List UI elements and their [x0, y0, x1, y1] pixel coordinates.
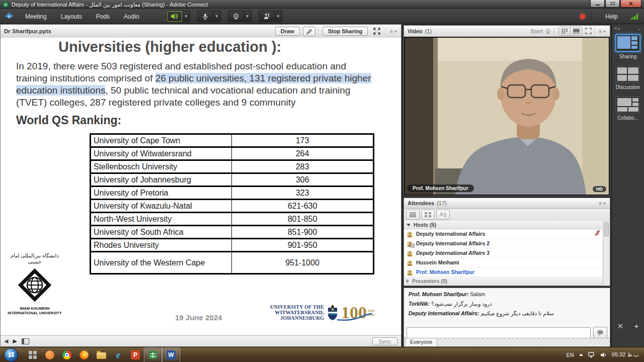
stop-sharing-button[interactable]: Stop Sharing	[323, 27, 368, 36]
pod-options-icon[interactable]: ≡▼	[599, 201, 606, 206]
set-status-button[interactable]	[259, 11, 275, 22]
sidebar-collapse-icon[interactable]: ⌄	[637, 26, 641, 31]
chat-text: Salam	[470, 291, 486, 297]
send-message-button[interactable]	[593, 327, 607, 339]
table-row: University of South Africa 851-900	[91, 226, 374, 239]
speaker-dropdown[interactable]: ▼	[183, 11, 190, 22]
layout-label-sharing[interactable]: Sharing	[612, 54, 644, 59]
microphone-dropdown[interactable]: ▼	[213, 11, 221, 22]
speaker-button[interactable]	[167, 11, 183, 22]
taskbar-icon-explorer[interactable]	[93, 348, 110, 362]
video-pod-title: Video	[408, 28, 423, 34]
menus: MeetingLayoutsPodsAudio	[18, 9, 146, 24]
slide-date: 19 June 2024	[175, 313, 222, 322]
host-person-icon	[407, 269, 413, 276]
chat-message: Deputy International Affairs: سلام تا دق…	[409, 310, 605, 316]
webcam-video: Prof. Mohsen Sharifpur HD	[404, 37, 610, 196]
pod-options-icon[interactable]: ≡▼	[390, 29, 397, 34]
taskbar-icon-media-player[interactable]	[41, 348, 58, 362]
next-slide-button[interactable]: ▶	[13, 338, 17, 344]
sync-button[interactable]: Sync	[372, 337, 397, 345]
chat-message: TorkNik: درود وبینار برگزار نمی‌شود؟	[409, 301, 605, 307]
menu-item[interactable]: Layouts	[54, 9, 89, 24]
recording-indicator	[580, 14, 585, 19]
microphone-button[interactable]	[197, 11, 213, 22]
slide-panel-toggle-icon[interactable]	[22, 338, 29, 344]
chat-sender: Prof. Mohsen Sharifpur:	[409, 291, 469, 297]
filmstrip-view-button[interactable]	[570, 27, 582, 35]
slide-canvas: Universities (higher education ): In 201…	[1, 38, 401, 335]
attendee-row[interactable]: Deputy International Affairs 3	[404, 248, 603, 258]
pointer-button[interactable]	[303, 27, 315, 36]
university-cell: University of Witwatersrand	[91, 147, 232, 160]
attendees-scrollbar[interactable]	[603, 221, 610, 286]
host-person-icon	[407, 250, 413, 256]
draw-button[interactable]: Draw	[275, 27, 300, 36]
attendee-row[interactable]: Deputy International Affairs 2	[404, 239, 603, 248]
university-cell: University of Johannesburg	[91, 173, 232, 187]
sort-attendees-button[interactable]	[436, 210, 450, 220]
taskbar-icon-pinned-app[interactable]	[24, 348, 41, 362]
minimize-button[interactable]	[590, 0, 605, 8]
attendees-count: (17)	[437, 200, 447, 206]
hidden-icons-arrow[interactable]	[579, 353, 583, 356]
share-badge-icon	[411, 244, 415, 247]
pod-options-icon[interactable]: ≡▼	[599, 29, 606, 34]
add-layout-icon[interactable]: +	[634, 322, 639, 331]
taskbar-icon-firefox[interactable]	[75, 348, 93, 362]
network-icon[interactable]	[588, 352, 595, 358]
webcam-button[interactable]	[228, 11, 244, 22]
table-row: University of Cape Town 173	[91, 134, 374, 147]
close-pod-icon[interactable]: ✕	[617, 322, 624, 331]
menu-item[interactable]: Meeting	[18, 9, 54, 24]
layout-label-discussion[interactable]: Discussion	[612, 84, 644, 90]
menu-item[interactable]: Pods	[89, 9, 117, 24]
layout-thumb-collaboration[interactable]	[616, 97, 640, 113]
language-indicator[interactable]: EN	[567, 352, 574, 358]
qs-ranking-heading: World QS Ranking:	[16, 114, 121, 127]
attendee-row[interactable]: Prof. Mohsen Sharifpur	[404, 267, 603, 277]
taskbar-icon-powerpoint[interactable]: P	[127, 348, 144, 362]
help-menu[interactable]: Help	[598, 9, 625, 24]
sidebar-options-icon[interactable]: ≡▼	[614, 26, 621, 31]
previous-slide-button[interactable]: ◀	[4, 338, 8, 344]
menu-item[interactable]: Audio	[117, 9, 146, 24]
breakout-view-button[interactable]	[421, 210, 435, 220]
speaker-icon	[171, 13, 178, 20]
volume-icon[interactable]	[600, 352, 607, 358]
status-dropdown[interactable]: ▼	[275, 11, 282, 22]
taskbar-icon-internet-explorer[interactable]: e	[110, 348, 127, 362]
fullscreen-button[interactable]	[371, 27, 383, 36]
rank-cell: 901-950	[232, 239, 374, 252]
attendee-row[interactable]: Hussein Meihami	[404, 258, 603, 267]
chat-input[interactable]	[407, 327, 591, 338]
slide-paragraph: In 2019, there were 503 registered and e…	[16, 60, 392, 109]
close-button[interactable]	[620, 0, 641, 8]
webcam-icon	[232, 14, 239, 20]
presenter-video-frame	[405, 38, 609, 195]
taskbar-icon-word[interactable]: W	[162, 347, 180, 362]
start-button[interactable]	[4, 348, 18, 362]
attendees-pod-title: Attendees	[408, 200, 434, 206]
layout-label-collaboration[interactable]: Collabo...	[612, 115, 644, 121]
collapse-triangle-icon	[407, 224, 411, 226]
hosts-group-header[interactable]: Hosts (5)	[404, 221, 603, 229]
connection-signal-icon[interactable]	[631, 13, 638, 20]
grid-view-button[interactable]	[559, 27, 570, 35]
chat-tab-everyone[interactable]: Everyone	[405, 338, 437, 346]
taskbar-icon-chrome[interactable]	[58, 348, 75, 362]
video-fullscreen-button[interactable]	[585, 28, 592, 35]
clock[interactable]: 05:32 ب.ظ	[612, 351, 639, 358]
presenters-group-header[interactable]: Presenters (0)	[404, 277, 603, 286]
attendee-row[interactable]: Deputy International Affairs	[404, 229, 603, 239]
microphone-icon	[203, 13, 208, 20]
taskbar-icon-adobe-connect[interactable]	[144, 347, 162, 362]
attendee-list-view-button[interactable]	[406, 210, 420, 220]
layout-thumb-sharing[interactable]	[615, 34, 640, 52]
grid-view-icon	[561, 29, 568, 34]
maximize-button[interactable]	[605, 0, 620, 8]
layout-thumb-discussion[interactable]	[616, 66, 640, 82]
university-cell: University of the Western Cape	[91, 252, 232, 274]
webcam-dropdown[interactable]: ▼	[244, 11, 252, 22]
start-webcam-button[interactable]: Start	[530, 28, 551, 34]
